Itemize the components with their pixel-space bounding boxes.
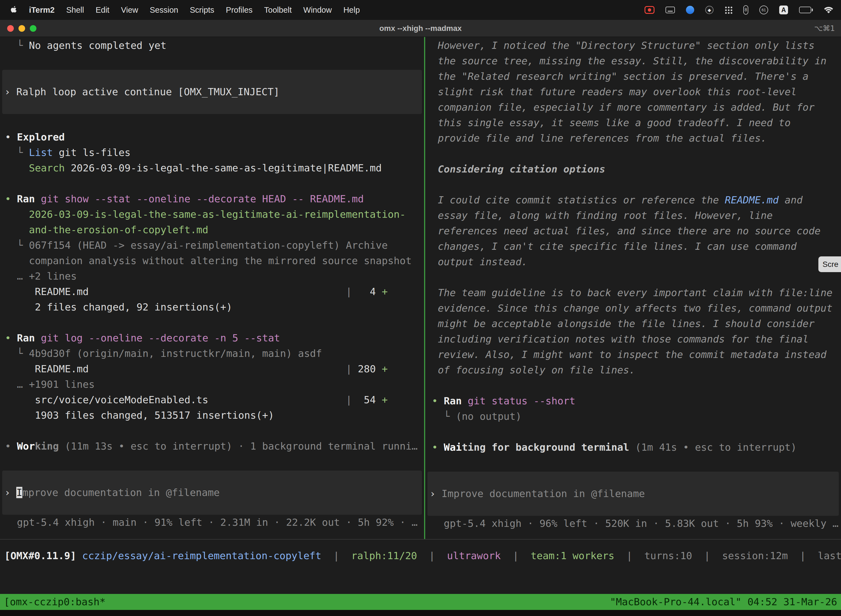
text-segment: 54: [352, 394, 382, 405]
apple-icon[interactable]: [10, 5, 19, 15]
text-segment: [5, 209, 29, 220]
blank-line: [5, 53, 424, 69]
text-segment: •: [5, 131, 17, 143]
prompt-input[interactable]: › Improve documentation in @filename: [2, 471, 422, 515]
text-segment: └: [5, 147, 29, 158]
terminal-line: this single essay, it seems like a good …: [432, 115, 841, 131]
menu-item-session[interactable]: Session: [144, 6, 184, 15]
text-segment: [59, 440, 65, 452]
terminal-line: I could cite commit statistics or refere…: [432, 192, 841, 208]
text-segment: king: [35, 440, 59, 452]
tmux-session-label[interactable]: [omx-cczip0:bash*: [4, 594, 105, 610]
close-button[interactable]: [7, 25, 14, 32]
blank-line: [5, 315, 424, 330]
text-segment: team:1 workers: [530, 550, 614, 561]
text-segment: [462, 395, 468, 406]
menu-item-scripts[interactable]: Scripts: [184, 6, 220, 15]
terminal-line: including verification notes with those …: [432, 331, 841, 347]
terminal-line: the source tree, missing the essay. Stil…: [432, 53, 841, 69]
text-segment: git show --stat --oneline --decorate HEA…: [41, 193, 364, 204]
menu-item-profiles[interactable]: Profiles: [220, 6, 259, 15]
session-status-line: gpt-5.4 xhigh · main · 91% left · 2.31M …: [5, 515, 424, 530]
text-segment: I could cite commit statistics or refere…: [432, 194, 725, 205]
waiting-status-line: • Waiting for background terminal (1m 41…: [432, 440, 841, 455]
text-segment: src/voice/voiceModeEnabled.ts: [5, 394, 208, 405]
text-segment: Ran: [444, 395, 462, 406]
browser-app-icon[interactable]: [686, 6, 694, 14]
menu-item-edit[interactable]: Edit: [90, 6, 115, 15]
text-segment: └: [5, 348, 29, 359]
terminal-line: … +1901 lines: [5, 377, 424, 392]
text-segment: 4: [352, 286, 382, 297]
text-segment: |: [346, 286, 352, 297]
text-segment: git status --short: [468, 395, 575, 406]
thinking-heading: Considering citation options: [432, 161, 841, 177]
blank-line: [432, 424, 841, 440]
pill-widget-icon[interactable]: 8: [743, 5, 748, 15]
text-segment: Ran: [17, 332, 35, 343]
text-segment: 067f154 (HEAD -> essay/ai-reimplementati…: [29, 239, 388, 251]
text-segment: essay file, along with finding root file…: [432, 210, 772, 221]
terminal-line: › Ralph loop active continue [OMX_TMUX_I…: [4, 84, 420, 100]
minimize-button[interactable]: [19, 25, 25, 32]
menu-item-toolbelt[interactable]: Toolbelt: [258, 6, 297, 15]
window-titlebar: omx --xhigh --madmax ⌥⌘1: [0, 20, 841, 37]
screen-recording-indicator-icon[interactable]: [645, 6, 655, 14]
text-segment: +: [382, 286, 388, 297]
screen-bottom-gap: [0, 610, 841, 616]
menu-item-shell[interactable]: Shell: [60, 6, 90, 15]
terminal-line: └ 067f154 (HEAD -> essay/ai-reimplementa…: [5, 238, 424, 253]
menu-item-help[interactable]: Help: [337, 6, 366, 15]
text-segment: Explored: [17, 131, 64, 143]
text-segment: [89, 286, 346, 297]
text-segment: ultrawork: [447, 550, 501, 561]
text-segment: Wor: [17, 440, 35, 452]
app-grid-icon[interactable]: [725, 6, 732, 14]
text-segment: [89, 363, 346, 374]
text-segment: companion analysis without altering the …: [5, 255, 412, 266]
screenshot-overlay-button[interactable]: Scre: [818, 257, 841, 272]
text-segment: 280: [352, 363, 382, 374]
prompt-input[interactable]: › Improve documentation in @filename: [428, 472, 839, 516]
terminal-line: of focusing solely on file lines.: [432, 362, 841, 378]
text-segment: └: [5, 239, 29, 251]
text-segment: +: [382, 363, 388, 374]
text-segment: [35, 193, 41, 204]
menu-item-view[interactable]: View: [115, 6, 144, 15]
ralph-loop-notice: › Ralph loop active continue [OMX_TMUX_I…: [2, 70, 422, 114]
wifi-icon[interactable]: [824, 6, 833, 13]
zoom-button[interactable]: [30, 25, 37, 32]
text-segment: turns:10: [644, 550, 692, 561]
text-segment: and-the-erosion-of-copyleft.md: [29, 224, 208, 235]
text-segment: changes, I can't cite specific file line…: [432, 241, 797, 252]
terminal-line: › Improve documentation in @filename: [429, 486, 837, 502]
text-segment: [OMX#0.11.9]: [4, 550, 82, 561]
text-segment: However, I noticed the "Directory Struct…: [432, 40, 815, 51]
menu-item-iterm2[interactable]: iTerm2: [23, 6, 60, 15]
text-segment: provide file and line references from th…: [432, 132, 767, 144]
terminal-line: • Ran git show --stat --oneline --decora…: [5, 191, 424, 207]
battery-icon[interactable]: [799, 7, 813, 13]
text-segment: of focusing solely on file lines.: [432, 364, 635, 375]
dark-app-icon[interactable]: ◆: [705, 6, 714, 14]
blank-line: [5, 114, 424, 129]
text-segment: [208, 394, 346, 405]
blank-line: [432, 177, 841, 192]
text-segment: README.md: [5, 286, 89, 297]
terminal-line: Search 2026-03-09-is-legal-the-same-as-l…: [5, 160, 424, 176]
text-segment: and: [779, 194, 803, 205]
text-segment: README.md: [5, 363, 89, 374]
menu-item-window[interactable]: Window: [297, 6, 337, 15]
blank-line: [432, 378, 841, 393]
text-cursor: I: [16, 487, 22, 498]
text-segment: evidence. Since this change only affects…: [432, 302, 832, 314]
terminal-line: references need actual files, and since …: [432, 223, 841, 239]
blank-line: [5, 176, 424, 191]
text-segment: |: [417, 550, 447, 561]
input-source-icon[interactable]: A: [779, 6, 788, 14]
keyboard-icon[interactable]: [665, 7, 675, 13]
terminal-line: 1903 files changed, 513517 insertions(+): [5, 408, 424, 423]
battery-percent-icon[interactable]: 61: [759, 6, 768, 14]
text-segment: output instead.: [432, 256, 527, 267]
text-segment: mprove documentation in @filename: [22, 487, 220, 498]
